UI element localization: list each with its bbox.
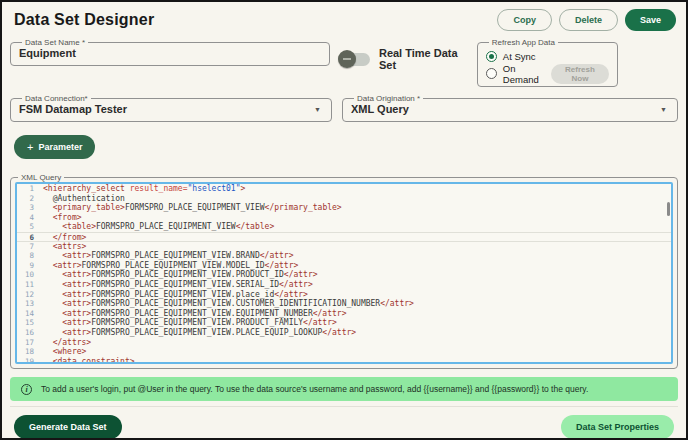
code-line: 6 </from> <box>17 232 671 242</box>
dataset-name-field[interactable]: Data Set Name * Equipment <box>10 38 330 66</box>
data-connection-value: FSM Datamap Tester <box>19 103 127 116</box>
header: Data Set Designer Copy Delete Save <box>10 4 678 34</box>
footer-bar: Generate Data Set Data Set Properties <box>10 406 678 439</box>
form-row-2: Data Connection* FSM Datamap Tester ▼ Da… <box>10 94 678 122</box>
line-number: 10 <box>17 270 43 280</box>
chevron-down-icon: ▼ <box>660 106 669 113</box>
line-number: 15 <box>17 318 43 328</box>
code-text: <primary_table>FORMSPRO_PLACE_EQUIPMENT_… <box>43 203 342 213</box>
at-sync-radio[interactable] <box>486 51 497 62</box>
data-origination-label: Data Origination * <box>354 94 423 103</box>
code-line: 13 <attr>FORMSPRO_PLACE_EQUIPMENT_VIEW.C… <box>17 299 671 309</box>
form-row-1: Data Set Name * Equipment Real Time Data… <box>10 38 678 87</box>
on-demand-row: On Demand Refresh Now <box>486 65 609 82</box>
code-line: 16 <attr>FORMSPRO_PLACE_EQUIPMENT_VIEW.P… <box>17 328 671 338</box>
code-line: 17 </attrs> <box>17 338 671 348</box>
realtime-toggle[interactable] <box>340 53 370 66</box>
code-line: 15 <attr>FORMSPRO_PLACE_EQUIPMENT_VIEW.P… <box>17 318 671 328</box>
code-text: <where> <box>43 347 86 357</box>
code-line: 8 <attr>FORMSPRO_PLACE_EQUIPMENT_VIEW.BR… <box>17 251 671 261</box>
line-number: 7 <box>17 242 43 252</box>
line-number: 14 <box>17 309 43 319</box>
data-connection-label: Data Connection* <box>22 94 91 103</box>
code-line: 10 <attr>FORMSPRO_PLACE_EQUIPMENT_VIEW.P… <box>17 270 671 280</box>
code-line: 2 @Authentication <box>17 194 671 204</box>
on-demand-label: On Demand <box>503 63 545 85</box>
code-line: 4 <from> <box>17 213 671 223</box>
toggle-knob-icon <box>338 50 356 68</box>
delete-button[interactable]: Delete <box>559 9 618 31</box>
add-parameter-button[interactable]: + Parameter <box>14 135 95 159</box>
code-text: <from> <box>43 213 82 223</box>
line-number: 4 <box>17 213 43 223</box>
data-origination-value: XML Query <box>351 103 409 116</box>
code-text: <attrs> <box>43 242 86 252</box>
plus-icon: + <box>27 142 33 152</box>
code-line: 12 <attr>FORMSPRO_PLACE_EQUIPMENT_VIEW.p… <box>17 290 671 300</box>
code-text: <attr>FORMSPRO_PLACE_EQUIPMENT_VIEW.plac… <box>43 290 308 300</box>
editor-scrollbar[interactable] <box>667 202 670 216</box>
line-number: 11 <box>17 280 43 290</box>
line-number: 17 <box>17 338 43 348</box>
line-number: 3 <box>17 203 43 213</box>
copy-button[interactable]: Copy <box>497 9 552 31</box>
page-title: Data Set Designer <box>14 11 154 29</box>
code-text: <attr>FORMSPRO_PLACE_EQUIPMENT_VIEW.CUST… <box>43 299 414 309</box>
info-icon: i <box>21 384 32 395</box>
realtime-toggle-wrap: Real Time Data Set <box>340 47 477 71</box>
line-number: 2 <box>17 194 43 204</box>
realtime-toggle-label: Real Time Data Set <box>379 47 477 71</box>
code-text: </from> <box>43 233 86 241</box>
refresh-now-button[interactable]: Refresh Now <box>551 64 609 84</box>
on-demand-radio[interactable] <box>486 68 497 79</box>
code-line: 5 <table>FORMSPRO_PLACE_EQUIPMENT_VIEW</… <box>17 222 671 232</box>
info-banner: i To add a user's login, put @User in th… <box>10 377 678 401</box>
data-origination-select[interactable]: Data Origination * XML Query ▼ <box>342 94 678 122</box>
at-sync-label: At Sync <box>503 51 536 62</box>
code-text: <attr>FORMSPRO_PLACE_EQUIPMENT_VIEW.PROD… <box>43 318 337 328</box>
header-actions: Copy Delete Save <box>497 9 676 31</box>
line-number: 6 <box>17 233 43 241</box>
data-connection-select[interactable]: Data Connection* FSM Datamap Tester ▼ <box>10 94 332 122</box>
xml-query-label: XML Query <box>18 173 64 182</box>
code-line: 1<hierarchy_select result_name="hselect0… <box>17 184 671 194</box>
add-parameter-label: Parameter <box>38 142 82 152</box>
line-number: 1 <box>17 184 43 194</box>
line-number: 18 <box>17 347 43 357</box>
line-number: 13 <box>17 299 43 309</box>
line-number: 5 <box>17 222 43 232</box>
code-line: 11 <attr>FORMSPRO_PLACE_EQUIPMENT_VIEW.S… <box>17 280 671 290</box>
page: Data Set Designer Copy Delete Save Data … <box>2 2 686 439</box>
xml-query-editor[interactable]: 1<hierarchy_select result_name="hselect0… <box>15 182 673 364</box>
generate-dataset-button[interactable]: Generate Data Set <box>14 415 122 439</box>
code-text: <hierarchy_select result_name="hselect01… <box>43 184 245 194</box>
code-text: </attrs> <box>43 338 91 348</box>
line-number: 9 <box>17 261 43 271</box>
chevron-down-icon: ▼ <box>314 106 323 113</box>
code-line: 14 <attr>FORMSPRO_PLACE_EQUIPMENT_VIEW.E… <box>17 309 671 319</box>
line-number: 8 <box>17 251 43 261</box>
line-number: 19 <box>17 357 43 364</box>
code-line: 18 <where> <box>17 347 671 357</box>
line-number: 12 <box>17 290 43 300</box>
code-text: <attr>FORMSPRO_PLACE_EQUIPMENT_VIEW.MODE… <box>43 261 298 271</box>
code-line: 3 <primary_table>FORMSPRO_PLACE_EQUIPMEN… <box>17 203 671 213</box>
code-line: 19 <data_constraint> <box>17 357 671 364</box>
code-text: <data_constraint> <box>43 357 135 364</box>
code-text: <attr>FORMSPRO_PLACE_EQUIPMENT_VIEW.BRAN… <box>43 251 293 261</box>
dataset-name-value: Equipment <box>19 47 321 60</box>
refresh-app-data-label: Refresh App Data <box>489 38 558 47</box>
line-number: 16 <box>17 328 43 338</box>
xml-editor-lines: 1<hierarchy_select result_name="hselect0… <box>17 184 671 364</box>
save-button[interactable]: Save <box>625 9 676 31</box>
xml-query-fieldset: XML Query 1<hierarchy_select result_name… <box>10 173 678 369</box>
dataset-properties-button[interactable]: Data Set Properties <box>561 415 674 439</box>
code-text: <attr>FORMSPRO_PLACE_EQUIPMENT_VIEW.PROD… <box>43 270 318 280</box>
dataset-name-label: Data Set Name * <box>22 38 88 47</box>
info-banner-text: To add a user's login, put @User in the … <box>41 384 588 394</box>
refresh-app-data-group: Refresh App Data At Sync On Demand Refre… <box>477 38 618 87</box>
code-text: <attr>FORMSPRO_PLACE_EQUIPMENT_VIEW.EQUI… <box>43 309 346 319</box>
code-text: <attr>FORMSPRO_PLACE_EQUIPMENT_VIEW.SERI… <box>43 280 313 290</box>
code-line: 7 <attrs> <box>17 242 671 252</box>
code-line: 9 <attr>FORMSPRO_PLACE_EQUIPMENT_VIEW.MO… <box>17 261 671 271</box>
